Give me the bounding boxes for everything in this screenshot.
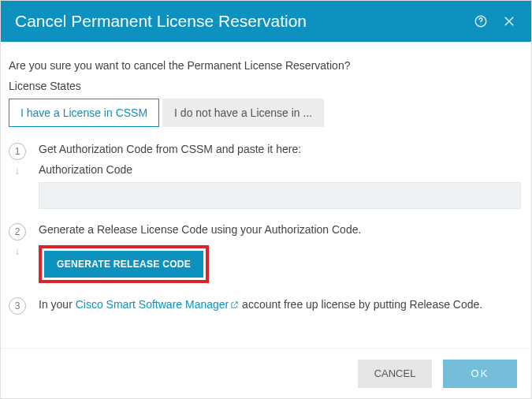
cancel-button[interactable]: CANCEL xyxy=(358,360,432,388)
step-number-1: 1 xyxy=(9,143,26,160)
dialog-footer: CANCEL OK xyxy=(1,348,531,398)
steps: 1 ↓ Get Authorization Code from CSSM and… xyxy=(9,143,523,315)
external-link-icon xyxy=(230,300,239,309)
license-state-tabs: I have a License in CSSM I do not have a… xyxy=(9,99,523,127)
step-3-instruction: In your Cisco Smart Software Manager acc… xyxy=(39,297,523,315)
highlight-box: GENERATE RELEASE CODE xyxy=(39,245,209,283)
step-arrow-icon: ↓ xyxy=(15,165,20,176)
step-1: 1 ↓ Get Authorization Code from CSSM and… xyxy=(9,143,523,209)
step-3-prefix: In your xyxy=(39,298,76,311)
dialog-body: Are you sure you want to cancel the Perm… xyxy=(1,42,531,348)
license-states-label: License States xyxy=(9,80,523,92)
generate-release-code-button[interactable]: GENERATE RELEASE CODE xyxy=(44,251,203,278)
tab-have-license[interactable]: I have a License in CSSM xyxy=(9,99,159,127)
step-number-3: 3 xyxy=(9,297,26,315)
confirm-text: Are you sure you want to cancel the Perm… xyxy=(9,59,523,72)
auth-code-label: Authorization Code xyxy=(39,163,523,176)
step-3: 3 In your Cisco Smart Software Manager a… xyxy=(9,297,523,315)
ok-button[interactable]: OK xyxy=(443,360,517,388)
dialog-title: Cancel Permanent License Reservation xyxy=(15,12,473,31)
header-actions xyxy=(473,13,517,29)
cancel-plr-dialog: Cancel Permanent License Reservation Are… xyxy=(0,0,532,399)
step-number-2: 2 xyxy=(9,223,26,241)
step-arrow-icon: ↓ xyxy=(15,245,20,256)
help-icon[interactable] xyxy=(473,13,489,29)
step-2: 2 ↓ Generate a Release License Code usin… xyxy=(9,223,523,283)
svg-point-1 xyxy=(480,24,481,24)
auth-code-input[interactable] xyxy=(39,182,521,209)
step-1-instruction: Get Authorization Code from CSSM and pas… xyxy=(39,143,523,155)
close-icon[interactable] xyxy=(501,13,517,29)
cssm-link[interactable]: Cisco Smart Software Manager xyxy=(76,298,240,311)
dialog-header: Cancel Permanent License Reservation xyxy=(1,1,531,42)
step-2-instruction: Generate a Release License Code using yo… xyxy=(39,223,523,236)
step-3-suffix: account free up license by putting Relea… xyxy=(239,298,482,311)
tab-no-license[interactable]: I do not have a License in ... xyxy=(162,99,324,127)
